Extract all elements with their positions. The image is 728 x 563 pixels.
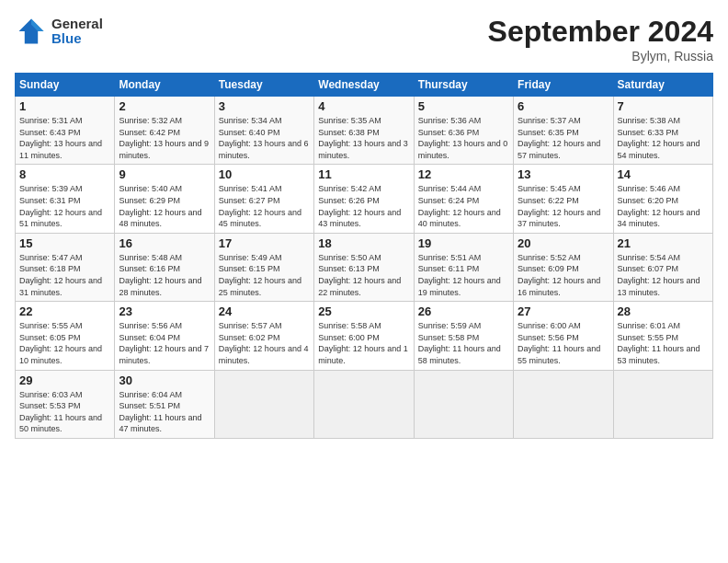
day-number: 23 <box>119 304 210 318</box>
day-number: 2 <box>119 99 210 113</box>
month-title: September 2024 <box>488 15 713 49</box>
table-cell: 17 Sunrise: 5:49 AM Sunset: 6:15 PM Dayl… <box>214 233 313 301</box>
table-cell: 4 Sunrise: 5:35 AM Sunset: 6:38 PM Dayli… <box>314 97 414 165</box>
day-info: Sunrise: 5:40 AM Sunset: 6:29 PM Dayligh… <box>119 183 210 229</box>
logo-icon <box>15 15 48 48</box>
day-number: 5 <box>418 99 509 113</box>
day-number: 14 <box>618 167 709 181</box>
logo-general: General <box>51 17 103 32</box>
table-cell: 19 Sunrise: 5:51 AM Sunset: 6:11 PM Dayl… <box>414 233 513 301</box>
day-info: Sunrise: 5:46 AM Sunset: 6:20 PM Dayligh… <box>618 183 709 229</box>
day-number: 28 <box>618 304 709 318</box>
day-info: Sunrise: 5:45 AM Sunset: 6:22 PM Dayligh… <box>518 183 609 229</box>
table-cell: 1 Sunrise: 5:31 AM Sunset: 6:43 PM Dayli… <box>16 97 115 165</box>
table-cell: 22 Sunrise: 5:55 AM Sunset: 6:05 PM Dayl… <box>16 302 115 370</box>
day-info: Sunrise: 5:39 AM Sunset: 6:31 PM Dayligh… <box>19 183 110 229</box>
day-info: Sunrise: 5:32 AM Sunset: 6:42 PM Dayligh… <box>119 115 210 161</box>
table-cell: 18 Sunrise: 5:50 AM Sunset: 6:13 PM Dayl… <box>314 233 414 301</box>
day-info: Sunrise: 5:54 AM Sunset: 6:07 PM Dayligh… <box>618 252 709 298</box>
table-cell: 11 Sunrise: 5:42 AM Sunset: 6:26 PM Dayl… <box>314 165 414 233</box>
table-cell: 9 Sunrise: 5:40 AM Sunset: 6:29 PM Dayli… <box>115 165 214 233</box>
col-sunday: Sunday <box>16 74 115 97</box>
day-info: Sunrise: 5:48 AM Sunset: 6:16 PM Dayligh… <box>119 252 210 298</box>
day-number: 11 <box>318 167 409 181</box>
day-info: Sunrise: 5:55 AM Sunset: 6:05 PM Dayligh… <box>19 320 110 366</box>
table-cell: 5 Sunrise: 5:36 AM Sunset: 6:36 PM Dayli… <box>414 97 513 165</box>
day-info: Sunrise: 5:41 AM Sunset: 6:27 PM Dayligh… <box>219 183 310 229</box>
day-info: Sunrise: 6:00 AM Sunset: 5:56 PM Dayligh… <box>518 320 609 366</box>
day-number: 20 <box>518 236 609 250</box>
logo-blue: Blue <box>51 31 103 47</box>
table-cell: 15 Sunrise: 5:47 AM Sunset: 6:18 PM Dayl… <box>16 233 115 301</box>
day-info: Sunrise: 5:51 AM Sunset: 6:11 PM Dayligh… <box>418 252 509 298</box>
col-monday: Monday <box>115 74 214 97</box>
table-cell: 23 Sunrise: 5:56 AM Sunset: 6:04 PM Dayl… <box>115 302 214 370</box>
day-info: Sunrise: 5:50 AM Sunset: 6:13 PM Dayligh… <box>318 252 409 298</box>
calendar-week-row: 22 Sunrise: 5:55 AM Sunset: 6:05 PM Dayl… <box>16 302 713 370</box>
calendar-week-row: 8 Sunrise: 5:39 AM Sunset: 6:31 PM Dayli… <box>16 165 713 233</box>
col-friday: Friday <box>514 74 613 97</box>
day-number: 15 <box>19 236 110 250</box>
calendar-week-row: 1 Sunrise: 5:31 AM Sunset: 6:43 PM Dayli… <box>16 97 713 165</box>
day-info: Sunrise: 5:34 AM Sunset: 6:40 PM Dayligh… <box>219 115 310 161</box>
col-tuesday: Tuesday <box>214 74 313 97</box>
day-info: Sunrise: 6:03 AM Sunset: 5:53 PM Dayligh… <box>19 389 110 435</box>
calendar-week-row: 29 Sunrise: 6:03 AM Sunset: 5:53 PM Dayl… <box>16 370 713 438</box>
table-cell: 7 Sunrise: 5:38 AM Sunset: 6:33 PM Dayli… <box>613 97 712 165</box>
day-info: Sunrise: 5:58 AM Sunset: 6:00 PM Dayligh… <box>318 320 409 366</box>
day-number: 18 <box>318 236 409 250</box>
day-info: Sunrise: 5:59 AM Sunset: 5:58 PM Dayligh… <box>418 320 509 366</box>
day-number: 8 <box>19 167 110 181</box>
col-wednesday: Wednesday <box>314 74 414 97</box>
day-number: 6 <box>518 99 609 113</box>
day-number: 10 <box>219 167 310 181</box>
table-cell <box>514 370 613 438</box>
day-info: Sunrise: 5:36 AM Sunset: 6:36 PM Dayligh… <box>418 115 509 161</box>
location: Bylym, Russia <box>488 49 713 63</box>
day-info: Sunrise: 5:52 AM Sunset: 6:09 PM Dayligh… <box>518 252 609 298</box>
table-cell: 3 Sunrise: 5:34 AM Sunset: 6:40 PM Dayli… <box>214 97 313 165</box>
table-cell: 26 Sunrise: 5:59 AM Sunset: 5:58 PM Dayl… <box>414 302 513 370</box>
table-cell: 28 Sunrise: 6:01 AM Sunset: 5:55 PM Dayl… <box>613 302 712 370</box>
day-number: 12 <box>418 167 509 181</box>
day-info: Sunrise: 5:31 AM Sunset: 6:43 PM Dayligh… <box>19 115 110 161</box>
day-number: 30 <box>119 373 210 387</box>
table-cell: 25 Sunrise: 5:58 AM Sunset: 6:00 PM Dayl… <box>314 302 414 370</box>
col-saturday: Saturday <box>613 74 712 97</box>
day-number: 22 <box>19 304 110 318</box>
day-info: Sunrise: 5:44 AM Sunset: 6:24 PM Dayligh… <box>418 183 509 229</box>
day-number: 1 <box>19 99 110 113</box>
table-cell: 29 Sunrise: 6:03 AM Sunset: 5:53 PM Dayl… <box>16 370 115 438</box>
day-info: Sunrise: 5:57 AM Sunset: 6:02 PM Dayligh… <box>219 320 310 366</box>
day-info: Sunrise: 5:49 AM Sunset: 6:15 PM Dayligh… <box>219 252 310 298</box>
day-number: 26 <box>418 304 509 318</box>
table-cell <box>214 370 313 438</box>
day-info: Sunrise: 6:04 AM Sunset: 5:51 PM Dayligh… <box>119 389 210 435</box>
table-cell: 27 Sunrise: 6:00 AM Sunset: 5:56 PM Dayl… <box>514 302 613 370</box>
day-number: 25 <box>318 304 409 318</box>
day-info: Sunrise: 5:38 AM Sunset: 6:33 PM Dayligh… <box>618 115 709 161</box>
day-number: 29 <box>19 373 110 387</box>
page-header: General Blue September 2024 Bylym, Russi… <box>15 15 713 63</box>
day-number: 17 <box>219 236 310 250</box>
table-cell: 12 Sunrise: 5:44 AM Sunset: 6:24 PM Dayl… <box>414 165 513 233</box>
day-number: 16 <box>119 236 210 250</box>
day-info: Sunrise: 5:56 AM Sunset: 6:04 PM Dayligh… <box>119 320 210 366</box>
day-number: 21 <box>618 236 709 250</box>
title-block: September 2024 Bylym, Russia <box>488 15 713 63</box>
day-number: 3 <box>219 99 310 113</box>
table-cell <box>314 370 414 438</box>
calendar-table: Sunday Monday Tuesday Wednesday Thursday… <box>15 73 713 439</box>
table-cell: 21 Sunrise: 5:54 AM Sunset: 6:07 PM Dayl… <box>613 233 712 301</box>
table-cell: 30 Sunrise: 6:04 AM Sunset: 5:51 PM Dayl… <box>115 370 214 438</box>
day-info: Sunrise: 5:47 AM Sunset: 6:18 PM Dayligh… <box>19 252 110 298</box>
logo-text: General Blue <box>51 17 103 47</box>
day-info: Sunrise: 5:35 AM Sunset: 6:38 PM Dayligh… <box>318 115 409 161</box>
table-cell: 20 Sunrise: 5:52 AM Sunset: 6:09 PM Dayl… <box>514 233 613 301</box>
logo: General Blue <box>15 15 103 48</box>
day-info: Sunrise: 6:01 AM Sunset: 5:55 PM Dayligh… <box>618 320 709 366</box>
day-number: 4 <box>318 99 409 113</box>
table-cell <box>613 370 712 438</box>
table-cell: 24 Sunrise: 5:57 AM Sunset: 6:02 PM Dayl… <box>214 302 313 370</box>
table-cell: 6 Sunrise: 5:37 AM Sunset: 6:35 PM Dayli… <box>514 97 613 165</box>
